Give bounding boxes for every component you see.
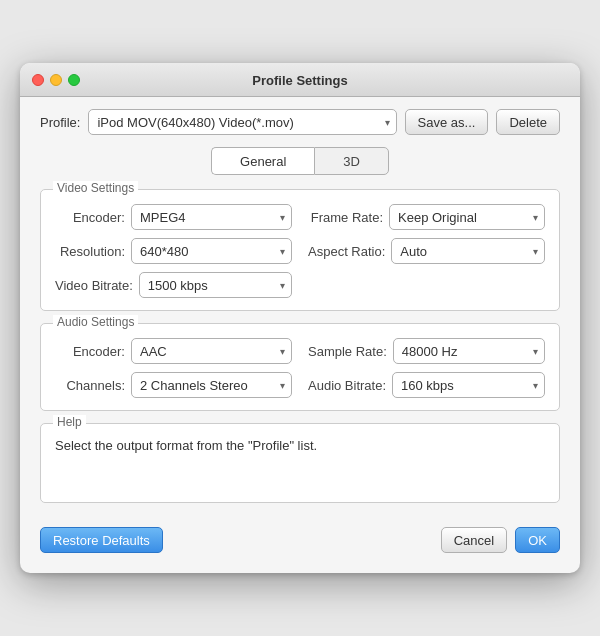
tab-general[interactable]: General [211, 147, 314, 175]
audio-bitrate-select[interactable]: 160 kbps [392, 372, 545, 398]
profile-select-wrap: iPod MOV(640x480) Video(*.mov) ▾ [88, 109, 396, 135]
audio-encoder-label: Encoder: [55, 344, 125, 359]
audio-settings-label: Audio Settings [53, 315, 138, 329]
video-bitrate-row: Video Bitrate: 1500 kbps ▾ [55, 272, 292, 298]
channels-select-wrap: 2 Channels Stereo ▾ [131, 372, 292, 398]
audio-settings-section: Audio Settings Encoder: AAC ▾ Sample Rat… [40, 323, 560, 411]
help-section-label: Help [53, 415, 86, 429]
save-as-button[interactable]: Save as... [405, 109, 489, 135]
restore-defaults-button[interactable]: Restore Defaults [40, 527, 163, 553]
help-text: Select the output format from the "Profi… [55, 438, 545, 453]
profile-select[interactable]: iPod MOV(640x480) Video(*.mov) [88, 109, 396, 135]
aspect-ratio-label: Aspect Ratio: [308, 244, 385, 259]
video-bitrate-select[interactable]: 1500 kbps [139, 272, 292, 298]
cancel-button[interactable]: Cancel [441, 527, 507, 553]
video-bitrate-label: Video Bitrate: [55, 278, 133, 293]
resolution-row: Resolution: 640*480 ▾ [55, 238, 292, 264]
bottom-right-buttons: Cancel OK [441, 527, 560, 553]
profile-settings-window: Profile Settings Profile: iPod MOV(640x4… [20, 63, 580, 573]
resolution-label: Resolution: [55, 244, 125, 259]
audio-settings-grid: Encoder: AAC ▾ Sample Rate: 48000 Hz [55, 338, 545, 398]
profile-label: Profile: [40, 115, 80, 130]
video-encoder-select[interactable]: MPEG4 [131, 204, 292, 230]
frame-rate-select[interactable]: Keep Original [389, 204, 545, 230]
tabs-row: General 3D [40, 147, 560, 175]
window-content: Profile: iPod MOV(640x480) Video(*.mov) … [20, 97, 580, 573]
sample-rate-select[interactable]: 48000 Hz [393, 338, 545, 364]
audio-encoder-row: Encoder: AAC ▾ [55, 338, 292, 364]
audio-bitrate-select-wrap: 160 kbps ▾ [392, 372, 545, 398]
maximize-button[interactable] [68, 74, 80, 86]
audio-encoder-select[interactable]: AAC [131, 338, 292, 364]
tab-3d[interactable]: 3D [314, 147, 389, 175]
minimize-button[interactable] [50, 74, 62, 86]
video-settings-label: Video Settings [53, 181, 138, 195]
delete-button[interactable]: Delete [496, 109, 560, 135]
profile-row: Profile: iPod MOV(640x480) Video(*.mov) … [40, 109, 560, 135]
close-button[interactable] [32, 74, 44, 86]
video-bitrate-select-wrap: 1500 kbps ▾ [139, 272, 292, 298]
bottom-bar: Restore Defaults Cancel OK [40, 519, 560, 557]
video-settings-grid: Encoder: MPEG4 ▾ Frame Rate: Keep Origin… [55, 204, 545, 298]
channels-select[interactable]: 2 Channels Stereo [131, 372, 292, 398]
audio-bitrate-label: Audio Bitrate: [308, 378, 386, 393]
sample-rate-label: Sample Rate: [308, 344, 387, 359]
aspect-ratio-row: Aspect Ratio: Auto ▾ [308, 238, 545, 264]
audio-bitrate-row: Audio Bitrate: 160 kbps ▾ [308, 372, 545, 398]
frame-rate-label: Frame Rate: [308, 210, 383, 225]
title-bar: Profile Settings [20, 63, 580, 97]
video-grid-spacer [308, 272, 545, 298]
sample-rate-select-wrap: 48000 Hz ▾ [393, 338, 545, 364]
resolution-select-wrap: 640*480 ▾ [131, 238, 292, 264]
channels-row: Channels: 2 Channels Stereo ▾ [55, 372, 292, 398]
help-section: Help Select the output format from the "… [40, 423, 560, 503]
video-encoder-select-wrap: MPEG4 ▾ [131, 204, 292, 230]
frame-rate-select-wrap: Keep Original ▾ [389, 204, 545, 230]
resolution-select[interactable]: 640*480 [131, 238, 292, 264]
frame-rate-row: Frame Rate: Keep Original ▾ [308, 204, 545, 230]
channels-label: Channels: [55, 378, 125, 393]
aspect-ratio-select-wrap: Auto ▾ [391, 238, 545, 264]
window-title: Profile Settings [252, 73, 347, 88]
video-settings-section: Video Settings Encoder: MPEG4 ▾ Frame Ra… [40, 189, 560, 311]
ok-button[interactable]: OK [515, 527, 560, 553]
traffic-lights [32, 74, 80, 86]
aspect-ratio-select[interactable]: Auto [391, 238, 545, 264]
audio-encoder-select-wrap: AAC ▾ [131, 338, 292, 364]
sample-rate-row: Sample Rate: 48000 Hz ▾ [308, 338, 545, 364]
video-encoder-label: Encoder: [55, 210, 125, 225]
video-encoder-row: Encoder: MPEG4 ▾ [55, 204, 292, 230]
